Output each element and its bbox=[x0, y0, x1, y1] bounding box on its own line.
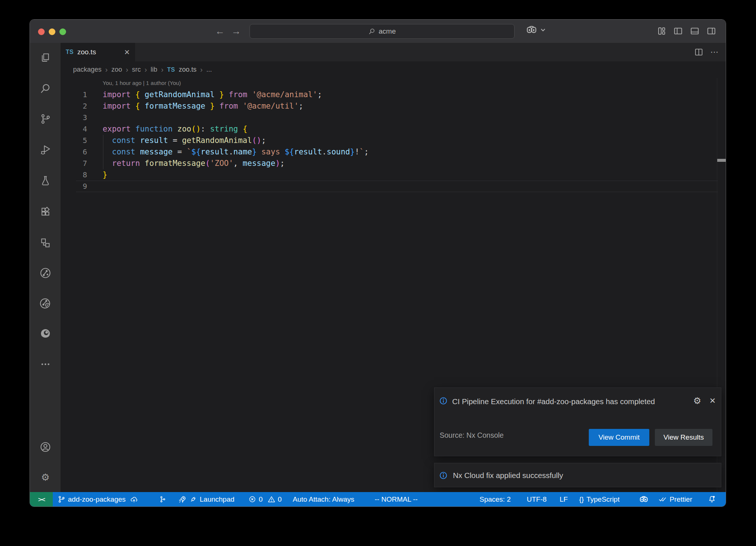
breadcrumb-item[interactable]: packages bbox=[73, 66, 102, 74]
code-line-text: import { formatMessage } from '@acme/uti… bbox=[103, 100, 303, 112]
code-line[interactable]: 8} bbox=[61, 169, 726, 181]
check-all-icon bbox=[658, 495, 667, 503]
more-views-icon[interactable] bbox=[39, 358, 51, 370]
code-line-text: const message = `${result.name} says ${r… bbox=[103, 146, 369, 158]
more-actions-icon[interactable]: ⋯ bbox=[710, 47, 719, 57]
line-number: 4 bbox=[61, 123, 87, 135]
explorer-icon[interactable] bbox=[39, 52, 51, 64]
code-line[interactable]: 6 const message = `${result.name} says $… bbox=[61, 146, 726, 158]
typescript-file-icon: TS bbox=[66, 49, 73, 55]
code-line[interactable]: 2import { formatMessage } from '@acme/ut… bbox=[61, 100, 726, 112]
info-icon bbox=[439, 396, 448, 405]
rocket-icon bbox=[178, 495, 186, 504]
zoom-window-button[interactable] bbox=[59, 28, 66, 35]
language-mode-item[interactable]: {} TypeScript bbox=[579, 492, 619, 506]
minimize-window-button[interactable] bbox=[49, 28, 55, 35]
notification-settings-icon[interactable]: ⚙ bbox=[693, 396, 701, 406]
codelens-blame[interactable]: You, 1 hour ago | 1 author (You) bbox=[103, 80, 181, 86]
breadcrumb-symbol[interactable]: ... bbox=[206, 66, 212, 74]
plug-icon bbox=[189, 495, 197, 504]
settings-gear-icon[interactable]: ⚙ bbox=[39, 471, 51, 483]
line-number: 2 bbox=[61, 100, 87, 112]
eol-item[interactable]: LF bbox=[560, 492, 568, 506]
extensions-icon[interactable] bbox=[39, 206, 51, 218]
view-results-button[interactable]: View Results bbox=[655, 429, 712, 446]
problems-indicator[interactable]: 0 0 bbox=[248, 492, 282, 506]
split-editor-icon[interactable] bbox=[694, 47, 704, 57]
code-line[interactable]: 1import { getRandomAnimal } from '@acme/… bbox=[61, 89, 726, 100]
code-line-text: import { getRandomAnimal } from '@acme/a… bbox=[103, 89, 322, 100]
testing-icon[interactable] bbox=[39, 175, 51, 187]
nx-console-icon[interactable] bbox=[39, 267, 51, 279]
branch-indicator[interactable]: add-zoo-packages bbox=[58, 492, 138, 506]
activity-bar: ⚙ bbox=[30, 43, 61, 493]
bell-icon bbox=[708, 495, 716, 504]
search-value: acme bbox=[379, 27, 396, 35]
overview-ruler-cursor-marker bbox=[717, 159, 726, 162]
info-icon bbox=[439, 471, 448, 480]
code-line[interactable]: 3 bbox=[61, 112, 726, 123]
account-icon[interactable] bbox=[39, 441, 51, 453]
tab-label: zoo.ts bbox=[77, 48, 96, 56]
formatter-item[interactable]: Prettier bbox=[658, 492, 692, 506]
back-arrow-icon[interactable]: ← bbox=[215, 25, 225, 37]
vscode-window: ← → acme bbox=[30, 19, 726, 507]
breadcrumb-item[interactable]: src bbox=[132, 66, 141, 74]
chevron-right-icon: › bbox=[200, 65, 203, 74]
forward-arrow-icon[interactable]: → bbox=[231, 25, 241, 37]
braces-icon: {} bbox=[579, 495, 584, 504]
toggle-primary-sidebar-icon[interactable] bbox=[673, 26, 683, 36]
code-line[interactable]: 5 const result = getRandomAnimal(); bbox=[61, 135, 726, 146]
vim-mode-label: -- NORMAL -- bbox=[375, 495, 417, 504]
copilot-status-item[interactable] bbox=[639, 492, 649, 506]
titlebar: ← → acme bbox=[30, 20, 726, 43]
search-icon[interactable] bbox=[39, 83, 51, 95]
nx-cloud-icon[interactable] bbox=[39, 297, 51, 309]
notification-source: Source: Nx Console bbox=[440, 431, 504, 440]
vim-mode-indicator[interactable]: -- NORMAL -- bbox=[375, 492, 417, 506]
tab-zoo-ts[interactable]: TS zoo.ts ✕ bbox=[61, 43, 135, 61]
close-tab-icon[interactable]: ✕ bbox=[124, 48, 130, 57]
indent-guide bbox=[103, 135, 103, 169]
launchpad-label: Launchpad bbox=[200, 495, 234, 504]
current-line-highlight bbox=[76, 181, 718, 192]
breadcrumb: packages › zoo › src › lib › TS zoo.ts ›… bbox=[61, 61, 726, 78]
source-control-icon[interactable] bbox=[39, 113, 51, 125]
remote-indicator[interactable]: >< bbox=[30, 492, 53, 506]
run-and-debug-icon[interactable] bbox=[39, 144, 51, 156]
code-line[interactable]: 7 return formatMessage('ZOO', message); bbox=[61, 158, 726, 169]
toggle-secondary-sidebar-icon[interactable] bbox=[706, 26, 717, 36]
close-window-button[interactable] bbox=[38, 28, 45, 35]
auto-attach-item[interactable]: Auto Attach: Always bbox=[293, 492, 354, 506]
formatter-label: Prettier bbox=[670, 495, 692, 504]
copilot-menu[interactable] bbox=[526, 25, 546, 34]
breadcrumb-item[interactable]: zoo bbox=[111, 66, 122, 74]
chevron-right-icon: › bbox=[161, 65, 164, 74]
line-number: 5 bbox=[61, 135, 87, 146]
eol-label: LF bbox=[560, 495, 568, 504]
code-line[interactable]: 4export function zoo(): string { bbox=[61, 123, 726, 135]
breadcrumb-file[interactable]: zoo.ts bbox=[179, 66, 196, 74]
line-number: 7 bbox=[61, 158, 87, 169]
launchpad-item[interactable]: Launchpad bbox=[178, 492, 234, 506]
copilot-icon bbox=[526, 25, 537, 34]
command-center-search[interactable]: acme bbox=[250, 24, 515, 39]
line-number: 6 bbox=[61, 146, 87, 158]
remote-explorer-icon[interactable] bbox=[39, 237, 51, 249]
breadcrumb-item[interactable]: lib bbox=[151, 66, 157, 74]
close-icon[interactable]: ✕ bbox=[709, 396, 716, 405]
toggle-panel-icon[interactable] bbox=[690, 26, 700, 36]
indentation-item[interactable]: Spaces: 2 bbox=[480, 492, 511, 506]
git-graph-item[interactable] bbox=[159, 492, 166, 506]
customize-layout-icon[interactable] bbox=[656, 26, 667, 36]
chevron-right-icon: › bbox=[105, 65, 108, 74]
notifications-bell[interactable] bbox=[708, 492, 716, 506]
view-commit-button[interactable]: View Commit bbox=[589, 429, 649, 446]
encoding-item[interactable]: UTF-8 bbox=[527, 492, 547, 506]
git-graph-icon bbox=[159, 495, 166, 503]
git-branch-icon bbox=[58, 495, 65, 503]
microsoft-edge-icon[interactable] bbox=[39, 328, 51, 339]
error-count: 0 bbox=[259, 495, 263, 504]
spaces-label: Spaces: 2 bbox=[480, 495, 511, 504]
code-line-text: export function zoo(): string { bbox=[103, 123, 247, 135]
